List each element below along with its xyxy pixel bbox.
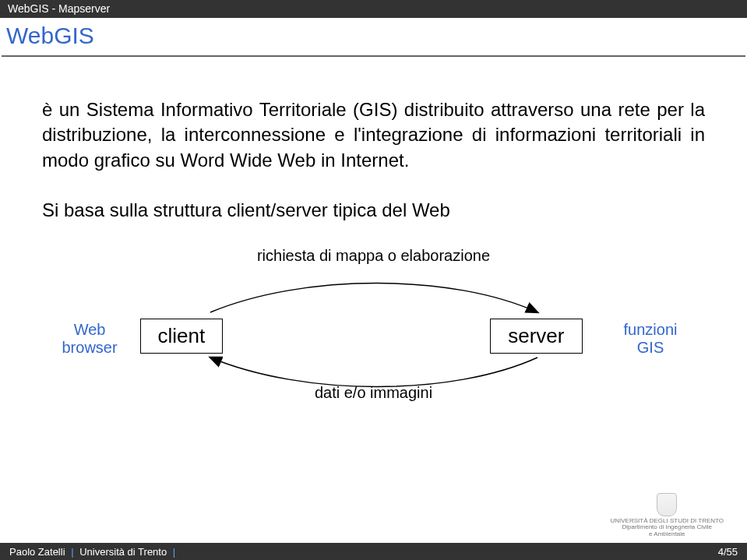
footer-sep-1: | [68,546,76,558]
university-logo: UNIVERSITÀ DEGLI STUDI DI TRENTO Diparti… [610,493,724,538]
footer-strip: Paolo Zatelli | Università di Trento | 4… [0,543,747,560]
paragraph-1: è un Sistema Informativo Territoriale (G… [42,97,705,173]
web-browser-line1: Web [74,321,106,338]
footer-author: Paolo Zatelli [9,546,65,558]
funzioni-line1: funzioni [624,321,678,338]
paragraph-2: Si basa sulla struttura client/server ti… [42,198,705,223]
diagram-client-box: client [140,319,224,354]
shield-icon [657,493,677,516]
client-server-diagram: richiesta di mappa o elaborazione Web br… [47,247,701,426]
header-context: WebGIS - Mapserver [8,2,110,15]
body: è un Sistema Informativo Territoriale (G… [0,57,747,426]
title-row: WebGIS [0,18,747,52]
diagram-funzioni-label: funzioni GIS [624,321,678,357]
funzioni-line2: GIS [637,339,664,356]
header-context-strip: WebGIS - Mapserver [0,0,747,18]
diagram-bottom-label: dati e/o immagini [47,384,701,402]
footer: UNIVERSITÀ DEGLI STUDI DI TRENTO Diparti… [0,543,747,560]
page-number: 4/55 [718,546,738,558]
slide: WebGIS - Mapserver WebGIS è un Sistema I… [0,0,747,560]
footer-affiliation: Università di Trento [79,546,167,558]
page-title: WebGIS [6,23,94,48]
logo-text-line3: e Ambientale [610,531,724,538]
diagram-web-browser-label: Web browser [62,321,118,357]
web-browser-line2: browser [62,339,118,356]
client-box-label: client [158,324,206,347]
diagram-server-box: server [490,319,582,354]
footer-left: Paolo Zatelli | Università di Trento | [9,546,178,558]
server-box-label: server [508,324,564,347]
diagram-top-label: richiesta di mappa o elaborazione [47,247,701,265]
footer-sep-2: | [170,546,178,558]
